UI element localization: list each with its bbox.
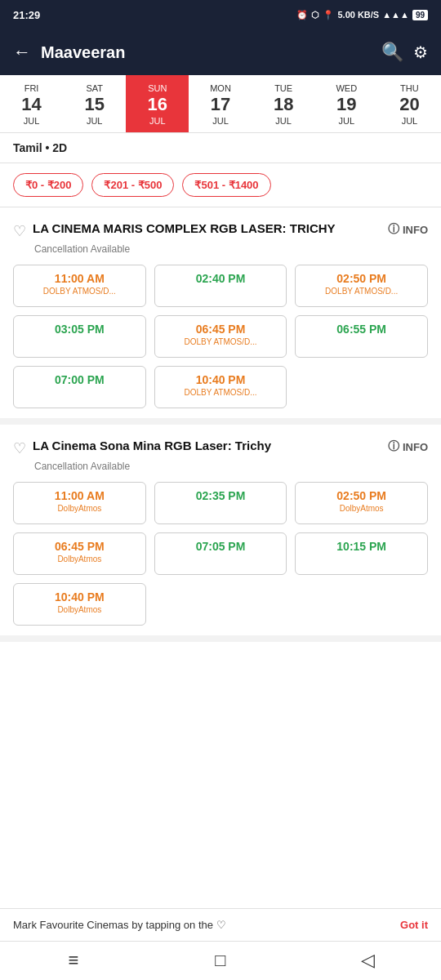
- got-it-button[interactable]: Got it: [400, 919, 428, 931]
- showtime-button[interactable]: 02:50 PMDolbyAtmos: [295, 482, 428, 524]
- cinema-name-row: ♡LA CINEMA MARIS COMPLEX RGB LASER: TRIC…: [13, 220, 381, 240]
- showtime-button[interactable]: 10:40 PMDOLBY ATMOS/D...: [154, 366, 287, 408]
- showtime-time: 07:00 PM: [55, 373, 105, 386]
- showtime-time: 03:05 PM: [55, 323, 105, 336]
- header: ← Maaveeran 🔍 ⚙: [0, 29, 441, 75]
- day-name: SAT: [86, 83, 103, 93]
- showtime-format: DOLBY ATMOS/D...: [43, 287, 116, 296]
- price-filter-tag[interactable]: ₹0 - ₹200: [13, 173, 83, 197]
- showtime-button[interactable]: 06:55 PM: [295, 315, 428, 358]
- day-month: JUL: [24, 116, 40, 126]
- day-name: WED: [336, 83, 357, 93]
- day-number: 14: [21, 95, 41, 114]
- showtime-button[interactable]: 07:05 PM: [154, 532, 287, 575]
- calendar-day-tue[interactable]: TUE 18 JUL: [252, 75, 315, 132]
- day-number: 15: [84, 95, 104, 114]
- bottom-toast: Mark Favourite Cinemas by tapping on the…: [0, 908, 441, 941]
- showtime-button[interactable]: 07:00 PM: [13, 366, 146, 408]
- cinema-section: ♡LA CINEMA MARIS COMPLEX RGB LASER: TRIC…: [0, 207, 441, 425]
- cinema-name-row: ♡LA Cinema Sona Mina RGB Laser: Trichy: [13, 438, 381, 457]
- calendar-day-wed[interactable]: WED 19 JUL: [315, 75, 378, 132]
- calendar-day-mon[interactable]: MON 17 JUL: [189, 75, 252, 132]
- menu-button[interactable]: ≡: [49, 950, 98, 971]
- cinema-header: ♡LA CINEMA MARIS COMPLEX RGB LASER: TRIC…: [13, 220, 428, 240]
- cinema-name: LA Cinema Sona Mina RGB Laser: Trichy: [33, 438, 271, 454]
- showtime-time: 06:45 PM: [55, 540, 105, 553]
- info-button[interactable]: ⓘ INFO: [388, 438, 428, 454]
- info-icon: ⓘ: [388, 439, 399, 454]
- showtime-format: DOLBY ATMOS/D...: [325, 287, 398, 296]
- showtime-button[interactable]: 06:45 PMDOLBY ATMOS/D...: [154, 315, 287, 358]
- back-nav-button[interactable]: ◁: [343, 950, 392, 971]
- showtime-format: DolbyAtmos: [57, 504, 101, 513]
- day-name: THU: [400, 83, 419, 93]
- status-bar: 21:29 ⏰ ⬡ 📍 5.00 KB/S ▲▲▲ 99: [0, 0, 441, 29]
- showtime-grid: 11:00 AMDOLBY ATMOS/D...02:40 PM02:50 PM…: [13, 265, 428, 408]
- showtime-button[interactable]: 11:00 AMDOLBY ATMOS/D...: [13, 265, 146, 307]
- cinemas-container: ♡LA CINEMA MARIS COMPLEX RGB LASER: TRIC…: [0, 207, 441, 642]
- showtime-button[interactable]: 06:45 PMDolbyAtmos: [13, 532, 146, 575]
- showtime-button[interactable]: 03:05 PM: [13, 315, 146, 358]
- showtime-button[interactable]: 11:00 AMDolbyAtmos: [13, 482, 146, 524]
- day-name: TUE: [274, 83, 292, 93]
- showtime-time: 02:50 PM: [336, 272, 386, 285]
- showtime-button[interactable]: 02:35 PM: [154, 482, 287, 524]
- info-icon: ⓘ: [388, 222, 399, 237]
- calendar-day-fri[interactable]: FRI 14 JUL: [0, 75, 63, 132]
- showtime-time: 10:15 PM: [336, 540, 386, 553]
- showtime-time: 10:40 PM: [55, 590, 105, 604]
- showtime-button[interactable]: 10:40 PMDolbyAtmos: [13, 583, 146, 626]
- favourite-heart-icon[interactable]: ♡: [13, 222, 26, 240]
- price-filter-tag[interactable]: ₹501 - ₹1400: [182, 173, 270, 197]
- price-filter-tag[interactable]: ₹201 - ₹500: [91, 173, 174, 197]
- favourite-heart-icon[interactable]: ♡: [13, 439, 26, 457]
- language-filter: Tamil • 2D: [0, 133, 441, 163]
- showtime-format: DolbyAtmos: [340, 504, 384, 513]
- day-number: 17: [211, 95, 230, 114]
- day-month: JUL: [275, 116, 292, 126]
- showtime-format: DOLBY ATMOS/D...: [184, 337, 256, 346]
- showtime-button[interactable]: 02:50 PMDOLBY ATMOS/D...: [295, 265, 428, 307]
- showtime-button[interactable]: 10:15 PM: [295, 532, 428, 575]
- day-number: 18: [274, 95, 293, 114]
- signal-icon: ▲▲▲: [382, 10, 409, 20]
- showtime-button[interactable]: 02:40 PM: [154, 265, 287, 307]
- showtime-time: 02:35 PM: [196, 489, 246, 502]
- info-label: INFO: [403, 441, 428, 453]
- info-label: INFO: [403, 224, 428, 236]
- day-month: JUL: [212, 116, 229, 126]
- cancellation-label: Cancellation Available: [34, 461, 428, 472]
- network-speed: 5.00 KB/S: [337, 10, 379, 20]
- day-month: JUL: [338, 116, 354, 126]
- calendar-day-thu[interactable]: THU 20 JUL: [378, 75, 441, 132]
- showtime-time: 02:40 PM: [196, 272, 246, 285]
- showtime-time: 02:50 PM: [336, 489, 386, 502]
- calendar-day-sat[interactable]: SAT 15 JUL: [63, 75, 126, 132]
- showtime-time: 11:00 AM: [55, 272, 105, 285]
- toast-message: Mark Favourite Cinemas by tapping on the…: [13, 919, 226, 931]
- day-number: 19: [336, 95, 356, 114]
- showtime-format: DOLBY ATMOS/D...: [184, 388, 256, 397]
- showtime-grid: 11:00 AMDolbyAtmos02:35 PM02:50 PMDolbyA…: [13, 482, 428, 626]
- price-filter-row: ₹0 - ₹200₹201 - ₹500₹501 - ₹1400: [0, 163, 441, 207]
- filter-button[interactable]: ⚙: [413, 42, 428, 62]
- day-number: 20: [399, 95, 419, 114]
- alarm-icon: ⏰: [296, 10, 308, 20]
- day-month: JUL: [402, 116, 418, 126]
- cinema-name: LA CINEMA MARIS COMPLEX RGB LASER: TRICH…: [33, 220, 336, 237]
- home-button[interactable]: □: [196, 950, 245, 971]
- status-time: 21:29: [13, 9, 40, 21]
- day-month: JUL: [87, 116, 103, 126]
- bluetooth-icon: ⬡: [311, 10, 319, 20]
- showtime-time: 10:40 PM: [196, 373, 246, 386]
- bottom-navigation: ≡ □ ◁: [0, 941, 441, 980]
- status-icons: ⏰ ⬡ 📍 5.00 KB/S ▲▲▲ 99: [296, 10, 428, 20]
- day-name: FRI: [24, 83, 39, 93]
- info-button[interactable]: ⓘ INFO: [388, 220, 428, 237]
- search-button[interactable]: 🔍: [381, 42, 403, 63]
- calendar-day-sun[interactable]: SUN 16 JUL: [126, 75, 189, 132]
- showtime-format: DolbyAtmos: [57, 555, 101, 564]
- battery-level: 99: [412, 10, 428, 20]
- back-button[interactable]: ←: [13, 42, 31, 63]
- showtime-time: 11:00 AM: [55, 489, 105, 502]
